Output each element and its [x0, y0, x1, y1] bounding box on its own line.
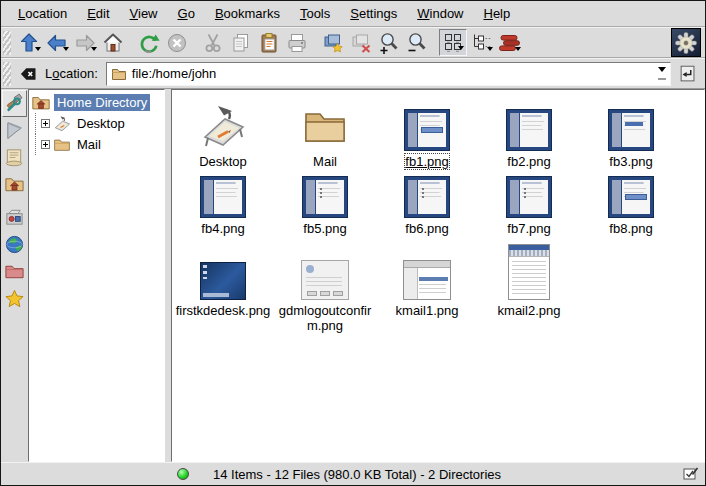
reload-button[interactable] — [135, 29, 163, 56]
go-button[interactable] — [675, 61, 701, 87]
desktop-folder-icon — [199, 99, 247, 151]
menu-edit[interactable]: Edit — [78, 3, 118, 24]
main-toolbar — [1, 27, 705, 58]
detail-view-button[interactable] — [495, 29, 523, 56]
location-dropdown-button[interactable] — [653, 63, 670, 85]
sidebar-tab-home-directory[interactable] — [2, 171, 27, 198]
print-button[interactable] — [283, 29, 311, 56]
folder-tree-panel: Home Directory Desktop Mail — [28, 89, 165, 462]
menu-settings[interactable]: Settings — [341, 3, 406, 24]
stop-button[interactable] — [163, 29, 191, 56]
tree-view-button[interactable] — [467, 29, 495, 56]
status-led-icon — [177, 468, 189, 480]
image-gallery-off-icon — [349, 31, 373, 55]
sidebar-tab-network[interactable] — [2, 231, 27, 258]
up-dropdown-icon[interactable] — [35, 47, 41, 54]
sidebar-tab-bookmarks[interactable] — [2, 285, 27, 312]
image-thumbnail — [608, 109, 654, 151]
menu-go[interactable]: Go — [169, 3, 204, 24]
menu-help[interactable]: Help — [475, 3, 520, 24]
file-fb3[interactable]: fb3.png — [580, 99, 682, 169]
location-toolbar-handle[interactable] — [3, 62, 11, 86]
toolbar-handle[interactable] — [3, 31, 11, 55]
star-icon — [4, 288, 25, 309]
back-dropdown-icon[interactable] — [63, 47, 69, 54]
file-kmail1[interactable]: kmail1.png — [376, 236, 478, 333]
home-button[interactable] — [99, 29, 127, 56]
sidebar-tab-services[interactable] — [2, 204, 27, 231]
tree-view-dropdown-icon[interactable] — [487, 47, 493, 54]
copy-icon — [229, 31, 253, 55]
sidebar-tab-history[interactable] — [2, 144, 27, 171]
zoom-out-icon — [405, 31, 429, 55]
menu-bookmarks[interactable]: Bookmarks — [206, 3, 289, 24]
expand-plus-icon[interactable] — [41, 119, 50, 128]
image-thumbnail — [506, 109, 552, 151]
file-fb4[interactable]: fb4.png — [172, 169, 274, 236]
menu-tools[interactable]: Tools — [291, 3, 339, 24]
icon-view-dropdown-icon[interactable] — [458, 46, 464, 53]
file-gdmlogoutconfirm[interactable]: gdmlogoutconfirm.png — [274, 236, 376, 333]
tree-branch-line — [31, 134, 41, 155]
file-fb1[interactable]: fb1.png — [376, 99, 478, 169]
sidebar-tab-bookmark-flag[interactable] — [2, 117, 27, 144]
back-button[interactable] — [43, 29, 71, 56]
file-mail[interactable]: Mail — [274, 99, 376, 169]
file-fb7[interactable]: fb7.png — [478, 169, 580, 236]
history-scroll-icon — [4, 147, 25, 168]
detail-view-dropdown-icon[interactable] — [515, 47, 521, 54]
zoom-in-button[interactable] — [375, 29, 403, 56]
content-area: Home Directory Desktop Mail — [1, 89, 705, 462]
location-value: file:/home/john — [132, 66, 653, 81]
konqueror-window: Location Edit View Go Bookmarks Tools Se… — [0, 0, 706, 486]
paste-icon — [257, 31, 281, 55]
image-thumbnail — [200, 262, 246, 300]
file-firstkdedesk[interactable]: firstkdedesk.png — [172, 236, 274, 333]
image-thumbnail — [608, 176, 654, 218]
cut-button[interactable] — [199, 29, 227, 56]
image-gallery-disabled-button[interactable] — [347, 29, 375, 56]
menu-location[interactable]: Location — [9, 3, 76, 24]
sidebar-tab-root-folder[interactable] — [2, 258, 27, 285]
image-thumbnail — [404, 176, 450, 218]
image-gallery-button[interactable] — [319, 29, 347, 56]
zoom-out-button[interactable] — [403, 29, 431, 56]
file-fb2[interactable]: fb2.png — [478, 99, 580, 169]
up-button[interactable] — [15, 29, 43, 56]
menu-bar: Location Edit View Go Bookmarks Tools Se… — [1, 1, 705, 27]
status-bar: 14 Items - 12 Files (980.0 KB Total) - 2… — [1, 462, 705, 485]
location-input[interactable]: file:/home/john — [106, 62, 671, 86]
services-icon — [4, 207, 25, 228]
home-folder-icon — [4, 174, 25, 195]
expand-plus-icon[interactable] — [41, 140, 50, 149]
file-fb6[interactable]: fb6.png — [376, 169, 478, 236]
image-thumbnail — [200, 176, 246, 218]
paste-button[interactable] — [255, 29, 283, 56]
tree-item-mail[interactable]: Mail — [31, 134, 164, 155]
file-fb8[interactable]: fb8.png — [580, 169, 682, 236]
cut-icon — [201, 31, 225, 55]
forward-button[interactable] — [71, 29, 99, 56]
statusbar-marker-icon[interactable] — [683, 467, 699, 481]
file-icon-view[interactable]: Desktop Mail fb1.png fb2.png — [171, 89, 705, 462]
menu-window[interactable]: Window — [408, 3, 472, 24]
icon-view-button[interactable] — [439, 29, 467, 56]
file-fb5[interactable]: fb5.png — [274, 169, 376, 236]
sidebar-tab-configure[interactable] — [2, 90, 27, 117]
copy-button[interactable] — [227, 29, 255, 56]
tree-label: Home Directory — [54, 94, 150, 111]
tree-item-desktop[interactable]: Desktop — [31, 113, 164, 134]
globe-icon — [4, 234, 25, 255]
menu-view[interactable]: View — [121, 3, 167, 24]
print-icon — [285, 31, 309, 55]
tree-item-home-directory[interactable]: Home Directory — [31, 92, 164, 113]
dropdown-underline — [658, 78, 666, 80]
home-icon — [101, 31, 125, 55]
forward-dropdown-icon[interactable] — [91, 47, 97, 54]
file-kmail2[interactable]: kmail2.png — [478, 236, 580, 333]
konqueror-gear-logo[interactable] — [671, 28, 701, 57]
gear-icon — [674, 31, 698, 55]
image-thumbnail — [403, 260, 451, 300]
clear-location-button[interactable] — [15, 62, 41, 86]
file-desktop[interactable]: Desktop — [172, 99, 274, 169]
